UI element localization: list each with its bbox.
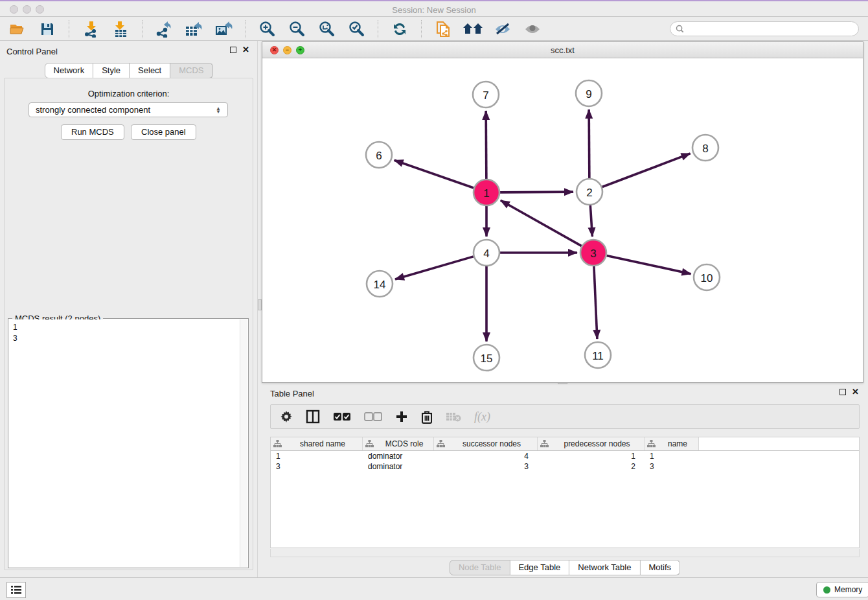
graph-node-2[interactable]: 2 [577,179,602,205]
zoom-fit-icon[interactable] [315,19,337,39]
tab-network[interactable]: Network [44,63,93,78]
hide-graphics-icon[interactable] [492,19,514,39]
function-builder-icon[interactable]: f(x) [474,410,490,424]
zoom-selected-icon[interactable] [345,19,367,39]
graph-node-15[interactable]: 15 [474,345,499,371]
mcds-result-text[interactable]: 1 3 [9,319,240,567]
cell-MCDS-role[interactable]: dominator [363,452,434,461]
svg-text:7: 7 [483,89,488,102]
column-header-MCDS-role[interactable]: MCDS role [363,437,434,450]
float-table-panel-icon[interactable] [839,389,846,395]
export-network-icon[interactable] [153,19,175,39]
cell-successor-nodes[interactable]: 4 [434,452,538,461]
tab-motifs[interactable]: Motifs [640,560,680,575]
graph-node-1[interactable]: 1 [474,179,499,205]
close-panel-button[interactable]: Close panel [131,124,196,140]
refresh-icon[interactable] [389,19,411,39]
graph-node-14[interactable]: 14 [367,271,393,297]
import-table-icon[interactable] [109,19,131,39]
tab-edge-table[interactable]: Edge Table [510,560,569,575]
network-view-title: scc.txt [262,45,863,55]
show-columns-icon[interactable] [306,410,320,424]
memory-button[interactable]: Memory [816,582,868,597]
table-hscrollbar[interactable] [270,549,860,557]
edge-1-2[interactable] [500,192,573,192]
import-network-icon[interactable] [80,19,102,39]
show-graphics-icon[interactable] [521,19,543,39]
deselect-all-icon[interactable] [364,412,382,421]
control-panel-tabs: NetworkStyleSelectMCDS [44,63,212,78]
tab-mcds[interactable]: MCDS [170,63,212,78]
node-table-rows: 1dominator4113dominator323 [271,451,859,472]
task-history-button[interactable] [6,582,26,598]
search-box[interactable] [670,21,859,36]
zoom-in-icon[interactable] [256,19,278,39]
svg-text:14: 14 [374,279,386,291]
control-panel-buttons: ✕ [230,47,249,53]
graph-node-6[interactable]: 6 [366,142,392,168]
cell-shared-name[interactable]: 1 [271,452,363,461]
cell-name[interactable]: 3 [645,462,699,471]
graph-node-4[interactable]: 4 [474,240,499,266]
graph-node-10[interactable]: 10 [694,264,720,290]
edge-1-6[interactable] [394,160,474,188]
edge-1-7[interactable] [486,111,486,179]
cell-predecessor-nodes[interactable]: 2 [538,462,645,471]
cell-MCDS-role[interactable]: dominator [363,462,434,471]
save-session-icon[interactable] [36,19,58,39]
run-mcds-button[interactable]: Run MCDS [61,124,124,140]
column-header-successor-nodes[interactable]: successor nodes [434,437,538,450]
open-session-icon[interactable] [6,19,29,39]
delete-table-icon[interactable] [446,411,461,422]
tab-style[interactable]: Style [93,63,130,78]
table-settings-gear-icon[interactable] [280,410,293,423]
delete-column-icon[interactable] [421,410,433,424]
edge-3-10[interactable] [607,255,691,273]
svg-text:10: 10 [701,272,713,284]
toolbar-separator [245,20,246,38]
edge-3-11[interactable] [594,266,597,339]
graph-node-3[interactable]: 3 [580,240,606,266]
criterion-value: strongly connected component [36,105,150,115]
tab-select[interactable]: Select [130,63,170,78]
add-column-icon[interactable] [395,410,408,423]
column-header-shared-name[interactable]: shared name [271,437,363,450]
export-image-icon[interactable] [212,19,234,39]
graph-node-9[interactable]: 9 [576,80,602,106]
control-panel-title: Control Panel [6,47,58,56]
close-table-panel-icon[interactable]: ✕ [852,389,859,395]
tab-node-table[interactable]: Node Table [450,560,510,575]
select-all-icon[interactable] [333,412,351,421]
float-panel-icon[interactable] [230,47,236,53]
cell-successor-nodes[interactable]: 3 [434,462,538,471]
graph-node-8[interactable]: 8 [692,135,718,161]
network-graph-canvas[interactable]: 7968124314101511 [262,58,863,382]
network-window-titlebar[interactable]: ✕ − + scc.txt [262,42,863,58]
export-table-icon[interactable] [183,19,205,39]
close-panel-icon[interactable]: ✕ [242,47,249,53]
edge-2-8[interactable] [602,154,691,187]
clone-network-icon[interactable] [432,19,454,39]
result-scrollbar[interactable] [240,319,247,567]
edge-2-3[interactable] [590,205,592,237]
home-icon[interactable] [462,19,484,39]
table-row[interactable]: 1dominator411 [271,451,859,461]
graph-node-11[interactable]: 11 [585,342,611,368]
cell-shared-name[interactable]: 3 [271,462,363,471]
cell-name[interactable]: 1 [645,452,699,461]
column-header-name[interactable]: name [645,437,699,450]
tab-network-table[interactable]: Network Table [569,560,640,575]
control-panel: Control Panel ✕ NetworkStyleSelectMCDS O… [0,41,257,577]
edge-4-14[interactable] [395,257,474,279]
search-input[interactable] [687,25,853,34]
toolbar-separator [378,20,378,38]
column-header-predecessor-nodes[interactable]: predecessor nodes [538,437,645,450]
cell-predecessor-nodes[interactable]: 1 [538,452,645,461]
zoom-out-icon[interactable] [286,19,308,39]
edge-3-1[interactable] [501,200,582,246]
edge-2-9[interactable] [589,110,589,178]
table-toolbar: f(x) [270,404,860,429]
table-row[interactable]: 3dominator323 [271,461,859,472]
optimization-criterion-select[interactable]: strongly connected component ▲▼ [29,102,228,117]
graph-node-7[interactable]: 7 [473,82,499,108]
